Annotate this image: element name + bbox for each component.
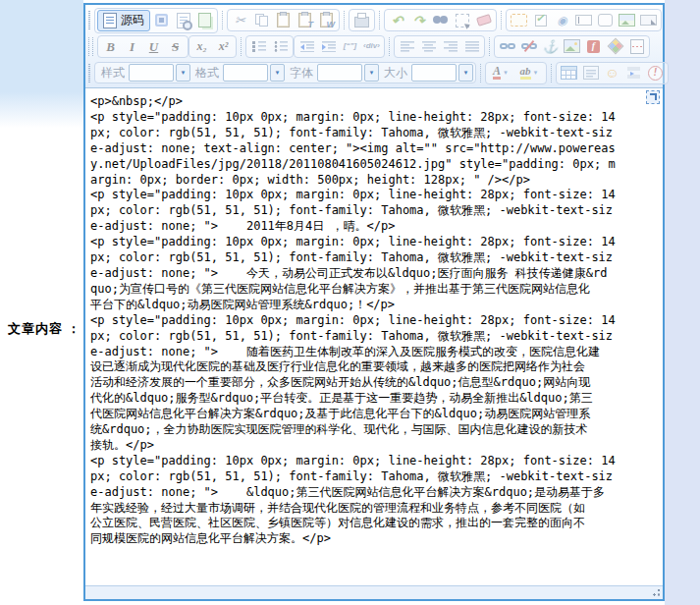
resize-expand-icon[interactable] (646, 90, 660, 104)
style-combo[interactable] (129, 64, 174, 82)
article-content-label: 文章内容 ： (8, 320, 81, 338)
unlink-icon (521, 41, 537, 51)
bold-button[interactable]: B (100, 37, 121, 56)
align-right-button[interactable] (440, 37, 460, 56)
size-combo[interactable] (411, 64, 457, 82)
insert-image-button[interactable] (562, 37, 582, 56)
form-icon (511, 14, 527, 27)
smiley-button[interactable]: ☺ (602, 64, 622, 82)
format-combo[interactable] (223, 64, 268, 82)
unordered-list-button[interactable] (270, 37, 291, 56)
underline-button[interactable]: U (143, 37, 164, 56)
outdent-button[interactable] (296, 37, 317, 56)
unlink-button[interactable] (518, 37, 539, 56)
paste-text-icon: T (298, 13, 311, 28)
blockquote-button[interactable]: [“”] (340, 37, 360, 56)
anchor-button[interactable]: ⚓ (540, 37, 561, 56)
paste-word-button[interactable]: W (316, 11, 337, 29)
anchor-icon: ⚓ (542, 40, 558, 53)
size-combo-arrow[interactable]: ▼ (458, 64, 473, 82)
hidden-field-button[interactable] (638, 11, 659, 29)
toolbar-separator (241, 37, 242, 56)
align-right-icon (444, 41, 458, 52)
source-icon (103, 13, 117, 28)
chevron-down-icon: ▼ (275, 70, 281, 76)
redo-button[interactable]: ↷ (408, 11, 429, 29)
flash-button[interactable]: f (583, 37, 604, 56)
toolbar-group-forms: ◉ (506, 9, 662, 31)
toolbar-group-align (394, 35, 485, 58)
toolbar-group-combos: 样式 ▼ 格式 ▼ 字体 ▼ 大小 ▼ (94, 62, 476, 83)
subscript-button[interactable]: x₂ (191, 37, 212, 56)
toolbar-separator (480, 64, 481, 82)
form-button[interactable] (509, 11, 529, 29)
print-button[interactable] (351, 11, 372, 29)
rich-text-editor: 源码 ✂ T W (83, 3, 665, 601)
select-all-button[interactable] (452, 11, 472, 29)
text-color-icon: A (493, 66, 501, 80)
div-container-button[interactable]: ‹div› (361, 37, 382, 56)
toolbar-separator (551, 64, 552, 82)
style-combo-arrow[interactable]: ▼ (176, 64, 190, 82)
strikethrough-button[interactable]: S (165, 37, 186, 56)
textarea-icon (598, 14, 613, 27)
form-image-button[interactable] (617, 11, 637, 29)
size-combo-label: 大小 (384, 65, 407, 82)
insert-table-button[interactable] (559, 64, 579, 82)
remove-format-button[interactable] (473, 11, 494, 29)
checkbox-button[interactable] (530, 11, 551, 29)
resize-grip-icon[interactable] (652, 588, 661, 597)
fit-window-button[interactable] (151, 11, 172, 29)
toolbar-group-script: x₂ x² (188, 35, 237, 58)
source-button[interactable]: 源码 (97, 10, 150, 31)
source-view[interactable]: <p>&nbsp;</p> <p style="padding: 10px 0p… (85, 88, 663, 585)
page-break-icon (630, 39, 644, 54)
toolbar-group-clipboard: ✂ T W (227, 9, 340, 31)
about-button[interactable]: ! (645, 64, 666, 82)
select-all-icon (456, 14, 469, 28)
editor-status-bar (85, 585, 663, 599)
italic-icon: I (130, 40, 135, 53)
toolbar-row-2: B I U S x₂ x² [“”] ‹div (87, 33, 661, 59)
superscript-button[interactable]: x² (213, 37, 234, 56)
image-icon (564, 39, 580, 53)
undo-button[interactable]: ↶ (387, 11, 407, 29)
paste-button[interactable] (273, 11, 294, 29)
insert-link-button[interactable] (497, 37, 517, 56)
ordered-list-icon (252, 40, 266, 52)
toolbar-separator (489, 37, 490, 56)
cut-button[interactable]: ✂ (230, 11, 250, 29)
find-button[interactable] (430, 11, 451, 29)
templates-icon (198, 13, 211, 28)
font-combo[interactable] (317, 64, 362, 82)
radio-button[interactable]: ◉ (552, 11, 572, 29)
indent-button[interactable] (318, 37, 339, 56)
bold-icon: B (106, 40, 115, 53)
justify-button[interactable] (461, 37, 482, 56)
preview-button[interactable] (173, 11, 193, 29)
font-combo-arrow[interactable]: ▼ (364, 64, 379, 82)
bg-color-button[interactable]: ab ▼ (514, 64, 544, 82)
italic-button[interactable]: I (122, 37, 142, 56)
copy-icon (255, 14, 268, 27)
align-center-button[interactable] (418, 37, 439, 56)
paste-icon (277, 13, 290, 28)
text-field-button[interactable] (573, 11, 594, 29)
textarea-button[interactable] (595, 11, 616, 29)
insert-page-break-button[interactable] (623, 64, 644, 82)
universal-keyboard-icon (607, 38, 623, 55)
page-break-button[interactable] (626, 37, 647, 56)
format-combo-label: 格式 (195, 65, 219, 82)
copy-button[interactable] (251, 11, 272, 29)
source-content[interactable]: <p>&nbsp;</p> <p style="padding: 10px 0p… (85, 88, 663, 547)
paste-word-icon: W (320, 13, 333, 28)
text-color-button[interactable]: A ▼ (488, 64, 513, 82)
paste-text-button[interactable]: T (295, 11, 315, 29)
ordered-list-button[interactable] (248, 37, 269, 56)
horizontal-rule-button[interactable] (580, 64, 601, 82)
format-combo-arrow[interactable]: ▼ (270, 64, 285, 82)
align-left-button[interactable] (397, 37, 417, 56)
left-panel: 文章内容 ： (0, 0, 83, 605)
templates-button[interactable] (194, 11, 215, 29)
universal-keyboard-button[interactable] (605, 37, 625, 56)
